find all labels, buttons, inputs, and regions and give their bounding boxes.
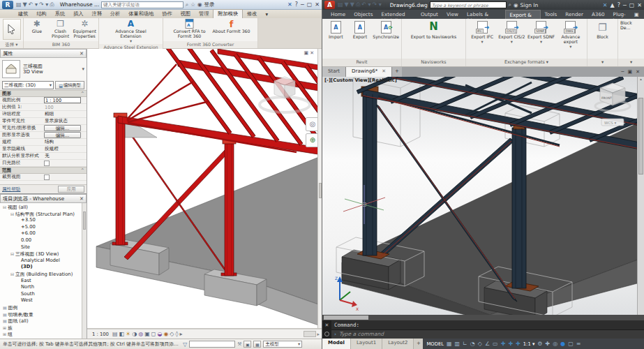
ribbon-tab[interactable]: Output [417, 10, 442, 19]
ribbon-tab[interactable]: 协作 [158, 10, 176, 18]
tree-item[interactable]: 族 [0, 325, 82, 332]
export-format-button[interactable]: ➜IFCExport IFC▾ [468, 20, 496, 44]
restore-button[interactable]: ▢ [629, 2, 635, 8]
ribbon-tab[interactable]: A360 [587, 10, 609, 19]
exchange-icon[interactable]: ☆ [190, 1, 195, 8]
block-group-arrow[interactable]: ▾ [587, 59, 617, 66]
export-format-button[interactable]: ➜SDNFExport SDNF▾ [527, 20, 555, 44]
exchange-apps-icon[interactable]: ✕ [603, 2, 608, 8]
view-restore-icon[interactable]: ▣ [304, 50, 310, 56]
ribbon-tab[interactable]: 附加模块 [213, 9, 243, 18]
signin-label[interactable]: Sign In [521, 2, 539, 8]
ribbon-tab[interactable]: 分析 [106, 10, 124, 18]
convert-rfa-button[interactable]: A Convert RFA to FormIt 360 [170, 19, 210, 39]
viewport-controls-label[interactable]: [-][Custom View][Realistic] [324, 77, 397, 83]
property-row-crop[interactable]: 裁剪视图 [0, 174, 87, 181]
property-row[interactable]: 详细程度精细 [0, 111, 87, 118]
tree-item[interactable]: South [0, 291, 82, 298]
panel-toggle-icon[interactable]: ▣ ▾ [630, 10, 644, 19]
select-group-label[interactable]: 选择 ▾ [0, 41, 23, 48]
search-icon[interactable]: ⌕ [509, 1, 511, 8]
undo-icon[interactable]: ↶ ▾ [361, 1, 370, 8]
chevron-down-icon[interactable]: ▾ [82, 66, 84, 72]
property-row[interactable]: 规程结构 [0, 139, 87, 146]
ribbon-tab[interactable]: 结构 [32, 10, 50, 18]
filter-icon[interactable]: ▽ [183, 341, 187, 348]
scroll-right-icon[interactable]: ▸ [317, 332, 320, 337]
ribbon-button[interactable]: ❒Clash Pinpoint [50, 19, 72, 39]
export-revit-button[interactable]: AExport [349, 20, 372, 39]
sun-path-icon[interactable]: ☀ [126, 331, 130, 337]
acad-viewport[interactable]: Z X FRONT WCS ▾ [-][Custom View][Realist… [322, 77, 644, 320]
ribbon-tab[interactable]: Extended Modeling [377, 10, 417, 19]
autocad-app-menu[interactable]: A [324, 1, 335, 9]
file-tab-start[interactable]: Start [322, 67, 346, 77]
ribbon-tab[interactable]: Plug-ins [609, 10, 630, 19]
redo-icon[interactable]: ↷ ▾ [373, 1, 382, 8]
status-filter-input[interactable] [189, 341, 235, 348]
undo-icon[interactable]: ↶ ▾ [29, 1, 38, 8]
browser-scrollbar[interactable] [82, 203, 87, 339]
isolate-icon[interactable]: ◎ [553, 341, 557, 347]
type-selector[interactable]: 三维视图: (3D)▾ [2, 81, 54, 89]
tree-item[interactable]: Site [0, 244, 82, 251]
section-graphics[interactable]: 图形⌃ [0, 90, 87, 97]
layout-tab[interactable]: Model [322, 339, 351, 349]
annotation-icon-3[interactable]: ✛ [516, 341, 521, 347]
print-icon[interactable]: ⎙ [50, 1, 54, 8]
property-row[interactable]: 比例值 1:100 [0, 104, 87, 111]
property-row[interactable]: 图形显示选项编辑... [0, 132, 87, 139]
close-command-icon[interactable]: ✕ [325, 322, 329, 328]
ribbon-button[interactable]: ✲Equipment Properties [73, 19, 96, 39]
properties-help-link[interactable]: 属性帮助 [2, 186, 20, 193]
tree-item[interactable]: +3.50 [0, 217, 82, 224]
layout-tab[interactable]: Layout1 [351, 339, 382, 349]
tree-item[interactable]: (3D) [0, 264, 82, 271]
a360-icon[interactable]: ▲ [611, 2, 615, 8]
redo-icon[interactable]: ↷ ▾ [39, 1, 48, 8]
new-icon[interactable]: ▤ [338, 1, 343, 8]
tree-item[interactable]: Analytical Model [0, 258, 82, 265]
tree-item[interactable]: North [0, 284, 82, 291]
save-icon[interactable]: ▼ [350, 1, 354, 8]
workspace-icon[interactable]: ⚙ [537, 341, 542, 347]
grid-icon[interactable]: ▦ [447, 341, 452, 347]
close-button[interactable]: ✕ [315, 1, 320, 8]
view-scale-button[interactable]: 1 : 100 [90, 331, 111, 338]
ribbon-tab[interactable]: 修改 [243, 10, 261, 18]
tree-item[interactable]: 图纸 (all) [0, 318, 82, 325]
constraints-icon[interactable]: ◊ [176, 331, 179, 337]
view-close-icon[interactable]: ✕ [310, 50, 315, 56]
viewport-vscrollbar[interactable]: ▴ [637, 77, 644, 315]
file-tab-drawing[interactable]: Drawing6*✕ [346, 67, 392, 77]
ribbon-tab[interactable]: 系统 [51, 10, 69, 18]
revit-viewport[interactable]: ▣✕ ◎ ⊕ [87, 49, 322, 329]
exchange-apps-icon[interactable]: ✕ [287, 1, 292, 8]
close-button[interactable]: ✕ [637, 2, 642, 8]
ribbon-tab[interactable]: Render [561, 10, 587, 19]
tree-item[interactable]: +5.00 [0, 224, 82, 231]
doc-restore-icon[interactable]: ▣ [628, 69, 633, 75]
property-row[interactable]: 零件可见性显示原状态 [0, 118, 87, 125]
analytical-model-icon[interactable]: ◇ [170, 331, 174, 337]
clean-screen-icon[interactable]: ▢ [568, 341, 574, 347]
exclude-options-icon[interactable]: ▦ [253, 341, 261, 348]
open-icon[interactable]: ▼ [345, 1, 349, 8]
polar-tracking-icon[interactable]: ◔ [470, 341, 475, 347]
viewport-hscroll-thumb[interactable] [304, 331, 316, 337]
new-layout-button[interactable]: + [414, 339, 423, 349]
checkbox[interactable] [44, 174, 50, 180]
ribbon-tab[interactable]: 插入 [69, 10, 87, 18]
ribbon-tab[interactable]: 建筑 [14, 10, 32, 18]
snap-icon[interactable]: ▥ [455, 341, 460, 347]
property-row[interactable]: 默认分析显示样式无 [0, 153, 87, 160]
new-tab-button[interactable]: + [392, 67, 402, 77]
property-row[interactable]: 视图比例1 : 100 [0, 97, 87, 104]
viewport-hscrollbar[interactable] [322, 315, 644, 320]
tree-item[interactable]: West [0, 297, 82, 304]
minimize-button[interactable]: ─ [301, 1, 304, 8]
revit-app-menu[interactable]: R [2, 1, 13, 9]
ribbon-tab[interactable]: 管理 [195, 10, 213, 18]
property-row[interactable]: 可见性/图形替换编辑... [0, 125, 87, 132]
ribbon-tab[interactable]: Tools [541, 10, 562, 19]
